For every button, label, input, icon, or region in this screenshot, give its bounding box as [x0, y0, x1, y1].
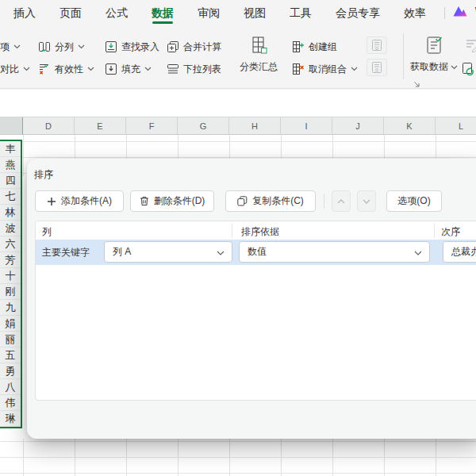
ribbon-ungroup-button[interactable]: 取消组合 — [292, 60, 358, 78]
ribbon-label: 有效性 — [55, 63, 83, 76]
cell[interactable]: 娟 — [0, 316, 21, 332]
menu-tab-工具[interactable]: 工具 — [290, 0, 312, 25]
sort-on-select[interactable]: 数值 — [239, 241, 430, 263]
chevron-up-icon — [337, 199, 345, 204]
move-up-button[interactable] — [332, 190, 351, 212]
cell[interactable]: 八 — [0, 379, 21, 395]
column-header-K[interactable]: K — [384, 117, 436, 135]
show-detail-button[interactable] — [367, 36, 387, 54]
ribbon-label: 分类汇总 — [240, 60, 278, 74]
ribbon-get-data-button[interactable]: 获取数据 — [408, 33, 460, 79]
cell[interactable]: 伟 — [0, 395, 21, 411]
ribbon-edit-data-button[interactable] — [465, 36, 476, 54]
cell[interactable]: 十 — [0, 268, 21, 284]
subtotal-icon — [250, 33, 267, 57]
ribbon-find-entry-button[interactable]: 查找录入 — [105, 38, 159, 56]
column-header-L[interactable]: L — [436, 117, 476, 135]
validation-icon — [38, 63, 51, 75]
sort-condition-row[interactable]: 主要关键字 列 A 数值 总裁办 — [36, 240, 476, 265]
partial-column-header-selected[interactable] — [0, 117, 23, 135]
chevron-down-icon — [217, 251, 225, 255]
sort-on-header-label: 排序依据 — [241, 225, 279, 239]
selected-column-range[interactable]: 丰燕四七林波六芳十刚九娟丽五勇八伟琳 — [0, 140, 22, 428]
hide-detail-button[interactable] — [367, 59, 387, 76]
menu-tab-会员专享[interactable]: 会员专享 — [336, 0, 380, 25]
add-condition-button[interactable]: 添加条件(A) — [35, 190, 124, 212]
cell[interactable]: 五 — [0, 347, 21, 363]
order-header-label: 次序 — [441, 225, 460, 239]
ribbon-refresh-button[interactable] — [462, 60, 476, 78]
cell[interactable]: 六 — [0, 236, 21, 252]
header-divider — [434, 224, 435, 237]
header-divider — [232, 224, 232, 237]
consolidate-icon — [167, 40, 179, 53]
column-select[interactable]: 列 A — [104, 241, 232, 263]
hide-detail-icon — [371, 61, 383, 74]
cell[interactable]: 九 — [0, 300, 21, 316]
button-label: 选项(O) — [397, 194, 430, 208]
chevron-down-icon — [451, 65, 458, 70]
ribbon-label: 获取数据 — [410, 60, 448, 74]
options-button[interactable]: 选项(O) — [386, 190, 442, 212]
menu-tab-数据[interactable]: 数据 — [152, 0, 174, 25]
ribbon-fill-button[interactable]: 填充 — [105, 60, 152, 78]
cell[interactable]: 燕 — [0, 157, 21, 173]
dialog-title: 排序 — [34, 168, 53, 182]
menu-tab-插入[interactable]: 插入 — [13, 0, 36, 25]
cell[interactable]: 七 — [0, 189, 21, 205]
grid-rows-bottom[interactable] — [0, 439, 476, 476]
order-select[interactable]: 总裁办 — [443, 241, 476, 263]
column-header-D[interactable]: D — [23, 117, 75, 135]
ribbon-create-group-button[interactable]: 创建组 — [292, 38, 337, 56]
conditions-header: 列 排序依据 次序 — [36, 221, 476, 240]
column-header-row: DEFGHIJKL — [23, 117, 476, 135]
menu-tab-页面[interactable]: 页面 — [60, 0, 82, 25]
column-header-I[interactable]: I — [281, 117, 332, 135]
toolbar-separator — [324, 194, 324, 209]
cell[interactable]: 芳 — [0, 252, 21, 268]
ribbon: 项 对比 分列 有效性 查找录入 — [0, 25, 476, 89]
ribbon-label: 取消组合 — [309, 63, 347, 76]
column-header-G[interactable]: G — [178, 117, 229, 135]
cell[interactable]: 刚 — [0, 284, 21, 300]
formula-bar[interactable] — [0, 90, 476, 117]
ribbon-consolidate-button[interactable]: 合并计算 — [167, 38, 221, 56]
ribbon-split-columns-button[interactable]: 分列 — [38, 38, 85, 56]
chevron-down-icon — [23, 67, 30, 71]
copy-condition-button[interactable]: 复制条件(C) — [225, 190, 316, 212]
refresh-icon — [462, 62, 475, 76]
menu-tab-审阅[interactable]: 审阅 — [198, 0, 220, 25]
ribbon-label: 项 — [0, 40, 10, 54]
cell[interactable]: 琳 — [0, 411, 21, 427]
column-header-E[interactable]: E — [75, 117, 126, 135]
column-header-H[interactable]: H — [229, 117, 281, 135]
menu-tab-效率[interactable]: 效率 — [404, 0, 426, 25]
chevron-down-icon — [13, 44, 21, 49]
menu-tab-公式[interactable]: 公式 — [106, 0, 128, 25]
delete-condition-button[interactable]: 删除条件(D) — [130, 190, 214, 212]
column-header-J[interactable]: J — [332, 117, 384, 135]
ribbon-label: 查找录入 — [121, 40, 159, 54]
trash-icon — [140, 196, 149, 206]
button-label: 删除条件(D) — [154, 194, 205, 208]
move-down-button[interactable] — [357, 190, 376, 212]
ribbon-dropdown-list-button[interactable]: 下拉列表 — [167, 60, 221, 78]
ribbon-subtotal-button[interactable]: 分类汇总 — [238, 33, 279, 79]
cell[interactable]: 勇 — [0, 363, 21, 379]
wps-ai-logo-icon[interactable] — [452, 5, 468, 21]
menu-tab-视图[interactable]: 视图 — [244, 0, 266, 25]
ribbon-item-overflow[interactable]: 项 — [0, 38, 21, 56]
cell[interactable]: 丽 — [0, 332, 21, 347]
cell[interactable]: 林 — [0, 205, 21, 221]
plus-icon — [47, 197, 56, 206]
cell[interactable]: 波 — [0, 221, 21, 236]
ribbon-compare-button[interactable]: 对比 — [0, 60, 30, 78]
menubar-divider — [444, 7, 445, 19]
ribbon-group-divider — [403, 33, 404, 79]
ribbon-validation-button[interactable]: 有效性 — [38, 60, 94, 78]
selected-value: 列 A — [113, 245, 131, 259]
chevron-down-icon — [144, 67, 152, 71]
cell[interactable]: 丰 — [0, 141, 21, 157]
cell[interactable]: 四 — [0, 173, 21, 189]
column-header-F[interactable]: F — [126, 117, 178, 135]
